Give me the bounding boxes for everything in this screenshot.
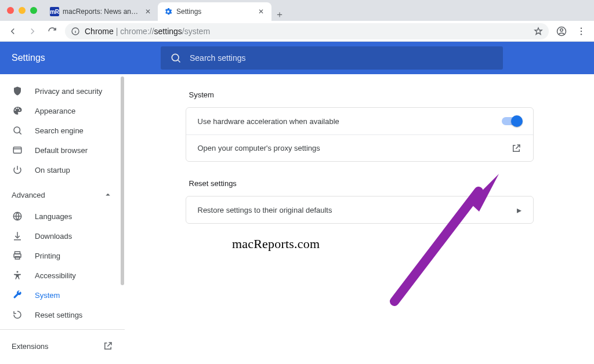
sidebar-item-privacy[interactable]: Privacy and security (0, 81, 125, 101)
sidebar-item-label: Default browser (35, 146, 88, 155)
favicon-mr: mR (50, 7, 59, 16)
svg-line-11 (19, 132, 21, 134)
sidebar-divider (0, 329, 125, 330)
address-bar[interactable]: Chrome | chrome://settings/system (65, 23, 549, 39)
sidebar-scrollbar-thumb[interactable] (121, 77, 124, 285)
row-hardware-acceleration[interactable]: Use hardware acceleration when available (186, 108, 533, 134)
chevron-up-icon (103, 190, 113, 200)
sidebar-item-reset[interactable]: Reset settings (0, 305, 125, 325)
sidebar-item-accessibility[interactable]: Accessibility (0, 265, 125, 285)
reset-icon (12, 310, 23, 320)
search-icon (170, 52, 182, 64)
svg-point-8 (172, 54, 179, 61)
sidebar-section-advanced[interactable]: Advanced (0, 183, 125, 206)
traffic-lights (0, 0, 44, 21)
row-restore-defaults[interactable]: Restore settings to their original defau… (186, 196, 533, 223)
sidebar-item-label: Languages (35, 212, 72, 221)
sidebar-item-on-startup[interactable]: On startup (0, 160, 125, 180)
svg-point-6 (581, 30, 582, 31)
row-proxy-settings[interactable]: Open your computer's proxy settings (186, 134, 533, 161)
row-label: Restore settings to their original defau… (198, 206, 332, 214)
row-label: Open your computer's proxy settings (198, 144, 320, 152)
kebab-menu-button[interactable] (574, 24, 588, 38)
sidebar-item-languages[interactable]: Languages (0, 206, 125, 226)
new-tab-button[interactable]: ＋ (271, 9, 288, 21)
svg-point-4 (560, 28, 563, 31)
window-minimize-button[interactable] (19, 7, 26, 14)
watermark-text: macReports.com (232, 236, 320, 252)
sidebar-item-label: Search engine (35, 126, 84, 135)
tab-macreports[interactable]: mR macReports: News and Tips fo ✕ (44, 2, 158, 21)
sidebar-item-default-browser[interactable]: Default browser (0, 140, 125, 160)
search-icon (12, 125, 23, 136)
sidebar-item-label: System (35, 291, 60, 300)
sidebar-item-label: Reset settings (35, 311, 82, 319)
window-close-button[interactable] (7, 7, 14, 14)
card-system: Use hardware acceleration when available… (186, 107, 534, 162)
tab-settings[interactable]: Settings ✕ (158, 2, 271, 21)
app-header: Settings (0, 42, 594, 74)
card-reset: Restore settings to their original defau… (186, 196, 534, 224)
sidebar-item-label: Privacy and security (35, 87, 102, 96)
accessibility-icon (12, 270, 23, 281)
sidebar-item-label: Accessibility (35, 271, 76, 280)
back-button[interactable] (6, 24, 20, 38)
sidebar-item-label: On startup (35, 166, 70, 174)
tab-close-icon[interactable]: ✕ (256, 8, 266, 16)
sidebar-scrollbar[interactable] (120, 74, 125, 364)
app-title: Settings (0, 53, 157, 63)
favicon-gear-icon (164, 7, 173, 16)
settings-app: Settings Privacy and security Appearance… (0, 42, 594, 364)
sidebar-item-about[interactable]: About Chrome (0, 358, 125, 364)
bookmark-star-icon[interactable] (534, 27, 543, 36)
svg-point-5 (581, 27, 582, 28)
chevron-right-icon: ▸ (517, 205, 521, 216)
sidebar-item-downloads[interactable]: Downloads (0, 226, 125, 246)
sidebar: Privacy and security Appearance Search e… (0, 74, 125, 364)
sidebar-item-appearance[interactable]: Appearance (0, 101, 125, 121)
svg-rect-12 (13, 147, 21, 154)
tab-title: macReports: News and Tips fo (63, 8, 141, 16)
browser-icon (12, 145, 23, 155)
shield-icon (12, 86, 23, 96)
external-link-icon (103, 341, 113, 351)
globe-icon (12, 211, 23, 221)
tab-title: Settings (176, 8, 253, 16)
power-icon (12, 165, 23, 175)
sidebar-item-search-engine[interactable]: Search engine (0, 121, 125, 140)
section-label-system: System (186, 88, 534, 107)
sidebar-item-label: Appearance (35, 107, 75, 115)
site-info-icon (71, 27, 80, 36)
svg-point-10 (14, 127, 20, 133)
forward-button[interactable] (26, 24, 39, 38)
sidebar-item-printing[interactable]: Printing (0, 246, 125, 265)
row-label: Use hardware acceleration when available (198, 117, 339, 126)
sidebar-item-label: Downloads (35, 232, 72, 241)
sidebar-section-label: Advanced (12, 191, 45, 199)
print-icon (12, 250, 23, 261)
wrench-icon (12, 290, 23, 300)
window-tab-strip: mR macReports: News and Tips fo ✕ Settin… (0, 0, 594, 21)
sidebar-item-label: Extensions (12, 342, 49, 351)
section-label-reset: Reset settings (186, 177, 534, 196)
toggle-knob (511, 115, 523, 127)
settings-search-box[interactable] (161, 46, 503, 70)
url-text: Chrome | chrome://settings/system (85, 27, 529, 36)
window-maximize-button[interactable] (30, 7, 37, 14)
svg-point-7 (581, 34, 582, 35)
download-icon (12, 231, 23, 241)
toggle-hardware-acceleration[interactable] (502, 117, 521, 125)
settings-search-input[interactable] (190, 53, 494, 63)
palette-icon (12, 105, 23, 116)
main-content: System Use hardware acceleration when av… (125, 74, 594, 364)
tabs: mR macReports: News and Tips fo ✕ Settin… (44, 0, 288, 21)
sidebar-item-label: Printing (35, 252, 60, 260)
sidebar-item-system[interactable]: System (0, 285, 125, 305)
sidebar-item-extensions[interactable]: Extensions (0, 334, 125, 358)
external-link-icon (511, 143, 521, 154)
svg-line-9 (178, 60, 180, 63)
profile-button[interactable] (555, 24, 568, 38)
browser-toolbar: Chrome | chrome://settings/system (0, 21, 594, 42)
tab-close-icon[interactable]: ✕ (144, 8, 152, 16)
reload-button[interactable] (45, 24, 59, 38)
